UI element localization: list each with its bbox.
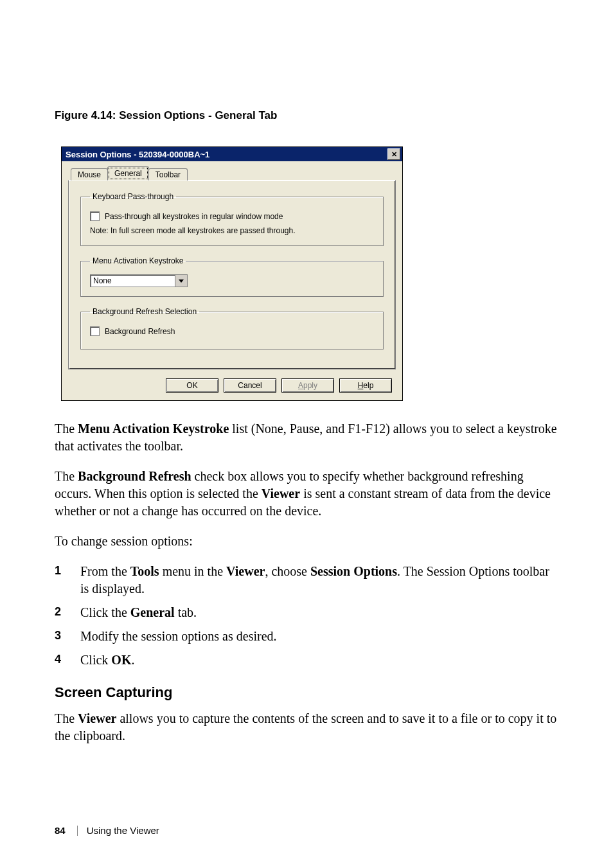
ok-button[interactable]: OK <box>166 378 218 393</box>
group-keyboard-passthrough: Keyboard Pass-through Pass-through all k… <box>80 192 384 246</box>
apply-button[interactable]: Apply <box>281 378 334 393</box>
session-options-dialog: Session Options - 520394-0000BA~1 ✕ Mous… <box>61 146 403 401</box>
paragraph-menu-activation: The Menu Activation Keystroke list (None… <box>55 420 558 455</box>
close-button[interactable]: ✕ <box>387 148 400 160</box>
svg-marker-0 <box>179 279 184 283</box>
help-rest: elp <box>363 381 373 390</box>
apply-rest: pply <box>303 381 317 390</box>
page-number: 84 <box>55 825 66 836</box>
dialog-button-row: OK Cancel Apply Help <box>68 378 396 393</box>
paragraph-screen-capturing: The Viewer allows you to capture the con… <box>55 710 558 745</box>
group-legend: Menu Activation Keystroke <box>90 256 186 265</box>
group-legend: Keyboard Pass-through <box>90 192 176 201</box>
apply-accel: A <box>298 381 303 390</box>
tab-panel-general: Keyboard Pass-through Pass-through all k… <box>68 180 396 369</box>
dropdown-value: None <box>91 275 175 287</box>
passthrough-checkbox[interactable] <box>90 211 100 221</box>
background-refresh-label: Background Refresh <box>105 327 175 336</box>
paragraph-background-refresh: The Background Refresh check box allows … <box>55 468 558 520</box>
chevron-down-icon[interactable] <box>175 275 187 287</box>
footer-separator <box>77 826 78 836</box>
page-footer: 84 Using the Viewer <box>55 825 159 836</box>
passthrough-label: Pass-through all keystrokes in regular w… <box>105 212 283 221</box>
list-item: 3 Modify the session options as desired. <box>55 628 558 645</box>
paragraph-intro-steps: To change session options: <box>55 533 558 550</box>
cancel-button[interactable]: Cancel <box>224 378 276 393</box>
list-item: 1 From the Tools menu in the Viewer, cho… <box>55 563 558 598</box>
tab-general[interactable]: General <box>107 166 149 181</box>
steps-list: 1 From the Tools menu in the Viewer, cho… <box>55 563 558 669</box>
tab-strip: Mouse General Toolbar <box>68 166 396 181</box>
figure-caption: Figure 4.14: Session Options - General T… <box>55 109 558 122</box>
list-item: 4 Click OK. <box>55 651 558 669</box>
titlebar: Session Options - 520394-0000BA~1 ✕ <box>62 147 402 161</box>
tab-mouse[interactable]: Mouse <box>71 168 108 181</box>
tab-toolbar[interactable]: Toolbar <box>148 168 188 181</box>
group-background-refresh: Background Refresh Selection Background … <box>80 307 384 350</box>
help-button[interactable]: Help <box>339 378 392 393</box>
group-legend: Background Refresh Selection <box>90 307 199 316</box>
passthrough-note: Note: In full screen mode all keystrokes… <box>90 226 374 235</box>
list-item: 2 Click the General tab. <box>55 604 558 621</box>
heading-screen-capturing: Screen Capturing <box>55 684 558 701</box>
dialog-title: Session Options - 520394-0000BA~1 <box>66 150 209 159</box>
menu-keystroke-dropdown[interactable]: None <box>90 274 188 287</box>
footer-chapter: Using the Viewer <box>87 825 159 836</box>
background-refresh-checkbox[interactable] <box>90 326 100 336</box>
group-menu-activation: Menu Activation Keystroke None <box>80 256 384 297</box>
